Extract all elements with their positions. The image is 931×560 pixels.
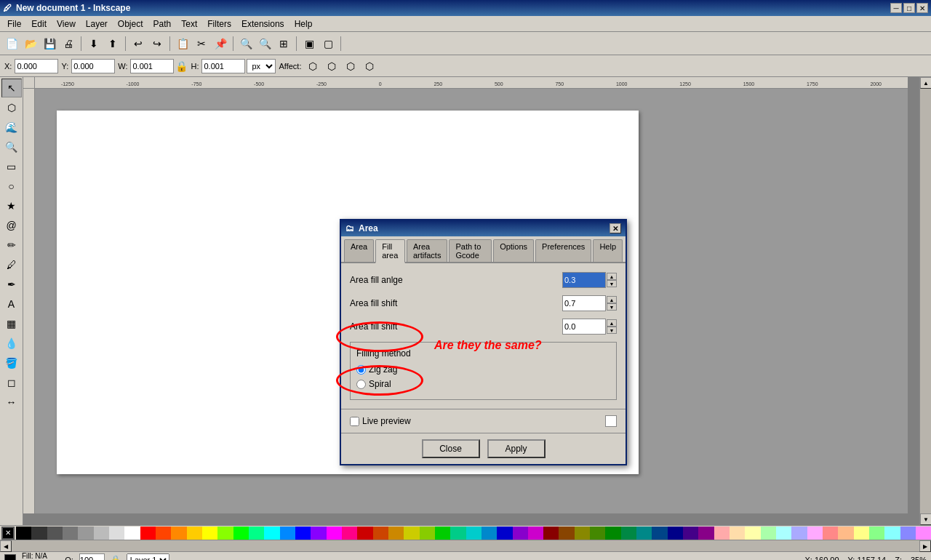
right-scrollbar[interactable]: ▲ ▼ (919, 77, 931, 525)
color-swatch[interactable] (916, 527, 931, 540)
color-swatch[interactable] (16, 527, 31, 540)
color-swatch[interactable] (311, 527, 326, 540)
menu-edit[interactable]: Edit (27, 17, 51, 31)
spiral-tool[interactable]: @ (1, 216, 22, 235)
paste-button[interactable]: 📌 (212, 35, 229, 52)
color-swatch[interactable] (404, 527, 419, 540)
maximize-button[interactable]: □ (903, 3, 915, 13)
fill-tool[interactable]: 🪣 (1, 353, 22, 372)
tab-area-artifacts[interactable]: Area artifacts (407, 239, 448, 262)
menu-object[interactable]: Object (113, 17, 148, 31)
no-color-swatch[interactable]: ✕ (1, 527, 15, 540)
minimize-button[interactable]: ─ (890, 3, 902, 13)
color-swatch[interactable] (171, 527, 186, 540)
menu-filters[interactable]: Filters (203, 17, 236, 31)
print-button[interactable]: 🖨 (60, 35, 77, 52)
color-swatch[interactable] (187, 527, 202, 540)
bottom-scrollbar[interactable]: ◀ ▶ (0, 540, 931, 551)
color-swatch[interactable] (435, 527, 450, 540)
node-tool[interactable]: ⬡ (1, 98, 22, 117)
apply-button[interactable]: Apply (487, 439, 546, 458)
rect-tool[interactable]: ▭ (1, 157, 22, 176)
import-button[interactable]: ⬇ (85, 35, 103, 52)
color-swatch[interactable] (513, 527, 528, 540)
color-swatch[interactable] (761, 527, 776, 540)
x-input[interactable] (15, 59, 58, 73)
pencil-tool[interactable]: ✏ (1, 236, 22, 255)
color-swatch[interactable] (543, 527, 559, 540)
shift2-up[interactable]: ▲ (607, 319, 617, 327)
tab-area[interactable]: Area (344, 239, 374, 262)
color-swatch[interactable] (78, 527, 93, 540)
shift2-input[interactable] (562, 319, 606, 335)
color-swatch[interactable] (900, 527, 916, 540)
layer-select[interactable]: Layer 1 (127, 553, 169, 561)
color-swatch[interactable] (31, 527, 47, 540)
y-input[interactable] (71, 59, 115, 73)
zoom-out-button[interactable]: 🔍 (256, 35, 273, 52)
opacity-input[interactable] (79, 553, 105, 561)
dialog-close-button[interactable]: ✕ (610, 223, 621, 233)
export-button[interactable]: ⬆ (104, 35, 121, 52)
color-swatch[interactable] (450, 527, 466, 540)
dialog-tabs[interactable]: Area Fill area Area artifacts Path to Gc… (341, 236, 626, 263)
redo-button[interactable]: ↪ (148, 35, 166, 52)
zigzag-radio[interactable] (356, 365, 366, 375)
angle-down[interactable]: ▼ (607, 280, 617, 287)
color-swatch[interactable] (683, 527, 698, 540)
color-swatch[interactable] (884, 527, 900, 540)
color-swatch[interactable] (636, 527, 652, 540)
color-swatch[interactable] (776, 527, 791, 540)
color-swatch[interactable] (357, 527, 372, 540)
color-swatch[interactable] (202, 527, 217, 540)
open-button[interactable]: 📂 (22, 35, 39, 52)
color-swatch[interactable] (420, 527, 435, 540)
new-button[interactable]: 📄 (3, 35, 20, 52)
color-swatch[interactable] (342, 527, 357, 540)
color-swatch[interactable] (497, 527, 512, 540)
unit-select[interactable]: px mm cm (247, 59, 276, 73)
group-button[interactable]: ▣ (300, 35, 318, 52)
color-swatch[interactable] (388, 527, 404, 540)
affect-btn3[interactable]: ⬡ (342, 57, 359, 75)
color-swatch[interactable] (156, 527, 171, 540)
angle-spinner[interactable]: ▲ ▼ (607, 273, 617, 287)
h-input[interactable] (201, 59, 245, 73)
color-swatch[interactable] (652, 527, 667, 540)
zoom-fit-button[interactable]: ⊞ (275, 35, 292, 52)
lock-icon[interactable]: 🔒 (175, 60, 188, 72)
shift1-input[interactable] (562, 295, 606, 311)
angle-input[interactable] (562, 272, 606, 288)
color-swatch[interactable] (698, 527, 714, 540)
area-dialog[interactable]: 🗂 Area ✕ Area Fill area Area artifacts P… (340, 219, 627, 465)
color-swatch[interactable] (528, 527, 543, 540)
menu-help[interactable]: Help (290, 17, 317, 31)
color-swatch[interactable] (466, 527, 482, 540)
scroll-right-button[interactable]: ▶ (919, 540, 931, 552)
color-swatch[interactable] (109, 527, 124, 540)
color-swatch[interactable] (807, 527, 823, 540)
color-swatch[interactable] (264, 527, 279, 540)
shift2-down[interactable]: ▼ (607, 327, 617, 334)
scroll-up-button[interactable]: ▲ (920, 77, 931, 89)
menu-file[interactable]: File (3, 17, 25, 31)
tab-help[interactable]: Help (593, 239, 623, 262)
color-swatch[interactable] (730, 527, 745, 540)
color-swatch[interactable] (280, 527, 295, 540)
text-tool[interactable]: A (1, 295, 22, 313)
color-swatch[interactable] (373, 527, 388, 540)
close-button[interactable]: Close (422, 439, 480, 458)
menu-layer[interactable]: Layer (81, 17, 112, 31)
affect-btn4[interactable]: ⬡ (361, 57, 378, 75)
close-button[interactable]: ✕ (916, 3, 928, 13)
scroll-track-horizontal[interactable] (12, 540, 919, 551)
tweak-tool[interactable]: 🌊 (1, 118, 22, 137)
w-input[interactable] (130, 59, 174, 73)
color-swatch[interactable] (838, 527, 853, 540)
tab-options[interactable]: Options (493, 239, 534, 262)
shift2-spinner[interactable]: ▲ ▼ (607, 319, 617, 334)
color-swatch[interactable] (482, 527, 497, 540)
color-swatch[interactable] (621, 527, 636, 540)
tab-preferences[interactable]: Preferences (535, 239, 591, 262)
color-swatch[interactable] (63, 527, 78, 540)
